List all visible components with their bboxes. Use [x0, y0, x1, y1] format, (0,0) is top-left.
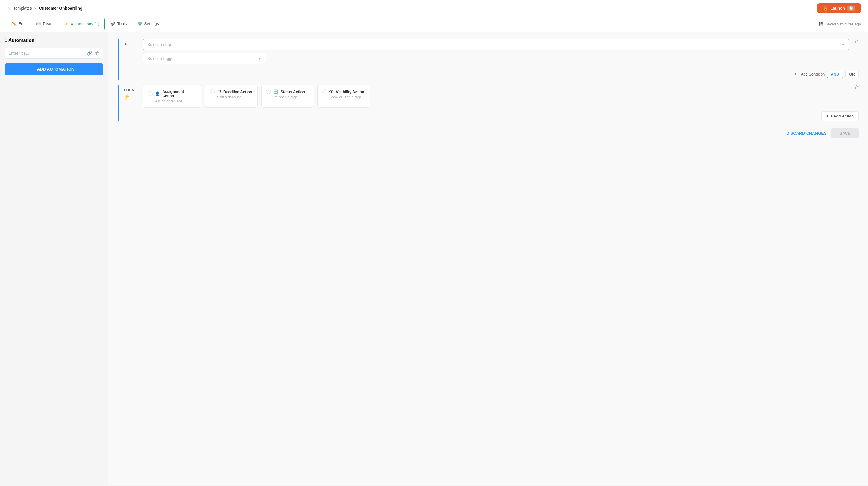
tab-automations[interactable]: ⚡ Automations (1): [59, 18, 105, 30]
settings-icon: ⚙️: [137, 21, 142, 26]
add-action-button[interactable]: + + Add Action: [822, 111, 859, 121]
lightning-icon: ⚡: [124, 93, 130, 100]
visibility-radio[interactable]: [322, 89, 327, 94]
assignment-action-card[interactable]: 👤 Assignment Action Assign or replace: [143, 85, 202, 108]
and-button[interactable]: AND: [827, 70, 843, 78]
tab-edit[interactable]: ✏️ Edit: [7, 18, 30, 30]
then-section: THEN ⚡ 👤 Assignment Action: [118, 85, 859, 121]
delete-condition-icon[interactable]: 🗑: [854, 39, 859, 44]
link-icon[interactable]: 🔗: [87, 51, 93, 56]
sidebar-title: 1 Automation: [5, 38, 103, 43]
nav-tabs: ✏️ Edit 📖 Read ⚡ Automations (1) 🚀 Tools…: [0, 17, 868, 32]
bottom-actions: DISCARD CHANGES SAVE: [118, 128, 859, 138]
if-row: IF Select a step ▼ Select a trigger ▼ 🗑: [124, 39, 859, 67]
select-step-placeholder: Select a step: [147, 42, 171, 47]
visibility-action-card[interactable]: 👁 Visibility Action Show or Hide a step: [317, 85, 370, 108]
visibility-action-header: 👁 Visibility Action: [322, 89, 365, 94]
content-area: IF Select a step ▼ Select a trigger ▼ 🗑: [108, 32, 868, 485]
status-action-card[interactable]: 🔄 Status Action Re-open a step: [261, 85, 314, 108]
then-actions: 👤 Assignment Action Assign or replace ⏱: [143, 85, 849, 108]
visibility-icon: 👁: [330, 89, 334, 94]
select-step-dropdown[interactable]: Select a step ▼: [143, 39, 849, 50]
add-automation-button[interactable]: + ADD AUTOMATION: [5, 63, 103, 75]
then-label-col: THEN ⚡: [124, 85, 138, 100]
if-content: IF Select a step ▼ Select a trigger ▼ 🗑: [124, 39, 859, 80]
breadcrumb: ☆ Templates > Customer Onboarding: [7, 6, 83, 10]
delete-action-icon[interactable]: 🗑: [854, 85, 859, 90]
then-row: THEN ⚡ 👤 Assignment Action: [124, 85, 859, 108]
deadline-icon: ⏱: [217, 89, 221, 94]
or-button[interactable]: OR: [845, 70, 859, 78]
discard-button[interactable]: DISCARD CHANGES: [786, 131, 827, 135]
if-vertical-bar: [118, 39, 119, 80]
deadline-radio[interactable]: [210, 89, 215, 94]
deadline-action-card[interactable]: ⏱ Deadline Action Shift a deadline: [205, 85, 258, 108]
tab-read[interactable]: 📖 Read: [31, 18, 57, 30]
save-icon: 💾: [819, 22, 824, 26]
launch-label: Launch: [830, 6, 845, 10]
assignment-action-header: 👤 Assignment Action: [148, 89, 196, 98]
edit-icon: ✏️: [12, 21, 17, 26]
chevron-down-icon: ▼: [841, 42, 845, 46]
save-button[interactable]: SAVE: [831, 128, 859, 138]
deadline-action-header: ⏱ Deadline Action: [210, 89, 253, 94]
assignment-icon: 👤: [155, 91, 160, 96]
tab-settings[interactable]: ⚙️ Settings: [133, 18, 164, 30]
if-dropdowns: Select a step ▼ Select a trigger ▼: [143, 39, 849, 67]
assignment-radio[interactable]: [148, 91, 153, 96]
saved-status: 💾 Saved 5 minutes ago: [819, 22, 861, 26]
then-label: THEN: [124, 88, 135, 92]
status-icon: 🔄: [273, 89, 278, 94]
add-automation-label: + ADD AUTOMATION: [34, 67, 74, 71]
assignment-subtitle: Assign or replace: [148, 99, 196, 103]
then-vertical-bar: [118, 85, 119, 121]
breadcrumb-current: Customer Onboarding: [39, 6, 83, 10]
deadline-subtitle: Shift a deadline: [210, 95, 253, 99]
automation-title-input[interactable]: [8, 51, 84, 56]
launch-button[interactable]: 🔒 Launch 🕐: [817, 3, 861, 13]
actions-row: 👤 Assignment Action Assign or replace ⏱: [143, 85, 849, 108]
chevron-down-icon-2: ▼: [258, 57, 261, 61]
visibility-subtitle: Show or Hide a step: [322, 95, 365, 99]
lock-icon: 🔒: [823, 6, 828, 10]
add-action-row: + + Add Action: [124, 111, 859, 121]
condition-row: + + Add Condition AND OR: [124, 70, 859, 78]
add-condition-button[interactable]: + + Add Condition: [795, 72, 825, 76]
read-icon: 📖: [36, 21, 41, 26]
status-subtitle: Re-open a step: [266, 95, 309, 99]
breadcrumb-separator: >: [34, 6, 37, 10]
tab-tools[interactable]: 🚀 Tools: [106, 18, 131, 30]
automations-icon: ⚡: [64, 22, 69, 26]
automation-title-row: 🔗 🗑: [5, 48, 103, 59]
select-trigger-placeholder: Select a trigger: [147, 56, 175, 61]
plus-icon: +: [795, 72, 797, 76]
status-action-header: 🔄 Status Action: [266, 89, 309, 94]
tools-icon: 🚀: [111, 21, 115, 26]
star-icon: ☆: [7, 6, 11, 10]
sidebar: 1 Automation 🔗 🗑 + ADD AUTOMATION: [0, 32, 108, 485]
then-content: THEN ⚡ 👤 Assignment Action: [124, 85, 859, 121]
top-bar: ☆ Templates > Customer Onboarding 🔒 Laun…: [0, 0, 868, 17]
status-radio[interactable]: [266, 89, 271, 94]
select-trigger-dropdown[interactable]: Select a trigger ▼: [143, 53, 266, 64]
main-layout: 1 Automation 🔗 🗑 + ADD AUTOMATION IF Sel…: [0, 32, 868, 485]
trash-icon[interactable]: 🗑: [95, 51, 99, 56]
plus-action-icon: +: [827, 114, 829, 118]
if-label: IF: [124, 39, 138, 46]
if-section: IF Select a step ▼ Select a trigger ▼ 🗑: [118, 39, 859, 80]
templates-link[interactable]: Templates: [13, 6, 32, 10]
clock-icon: 🕐: [847, 6, 855, 11]
